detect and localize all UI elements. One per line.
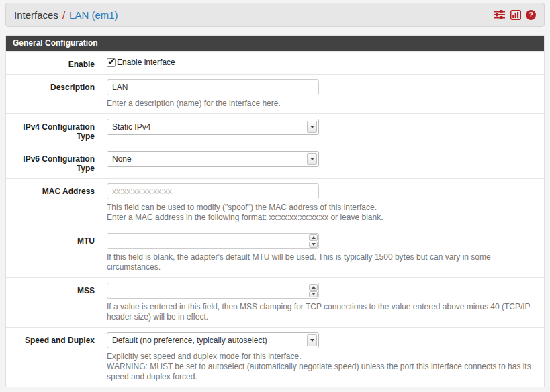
- row-ipv4-configuration-type: IPv4 Configuration Type Static IPv4: [6, 113, 544, 146]
- speed-duplex-help-line-1: Explicitly set speed and duplex mode for…: [107, 352, 534, 362]
- breadcrumb: Interfaces / LAN (em1): [5, 3, 545, 27]
- ipv6-type-label: IPv6 Configuration Type: [6, 151, 95, 173]
- speed-duplex-help-line-2: WARNING: MUST be set to autoselect (auto…: [107, 362, 534, 382]
- row-mac-address: MAC Address This field can be used to mo…: [6, 178, 544, 228]
- spinner-up-icon[interactable]: [309, 234, 318, 241]
- enable-checkbox-label: Enable interface: [117, 58, 175, 67]
- breadcrumb-separator: /: [62, 9, 65, 21]
- mac-address-input[interactable]: [107, 183, 319, 199]
- speed-duplex-select[interactable]: Default (no preference, typically autose…: [107, 332, 319, 348]
- mtu-spinner: [308, 234, 318, 248]
- description-help: Enter a description (name) for the inter…: [107, 99, 534, 109]
- mtu-label: MTU: [6, 233, 95, 273]
- mss-label: MSS: [6, 283, 95, 322]
- speed-duplex-help: Explicitly set speed and duplex mode for…: [107, 352, 534, 382]
- bar-chart-icon[interactable]: [510, 9, 521, 21]
- page: Interfaces / LAN (em1): [0, 0, 550, 392]
- mss-input[interactable]: [107, 283, 308, 298]
- ipv6-type-selected-value: None: [107, 154, 307, 164]
- panel-title-general: General Configuration: [6, 36, 544, 51]
- sliders-icon[interactable]: [494, 9, 505, 21]
- mac-label: MAC Address: [6, 183, 95, 223]
- mac-help-line-1: This field can be used to modify ("spoof…: [107, 203, 534, 213]
- speed-duplex-label: Speed and Duplex: [6, 332, 95, 382]
- row-speed-and-duplex: Speed and Duplex Default (no preference,…: [6, 327, 544, 387]
- ipv6-type-select[interactable]: None: [107, 151, 319, 167]
- ipv4-type-select[interactable]: Static IPv4: [107, 119, 319, 135]
- row-mtu: MTU If this field is blank, the adapter'…: [6, 228, 544, 277]
- mac-help-line-2: Enter a MAC address in the following for…: [107, 213, 534, 223]
- mtu-help: If this field is blank, the adapter's de…: [107, 252, 534, 273]
- row-mss: MSS If a value is entered in this field,…: [6, 277, 544, 327]
- chevron-down-icon: [307, 153, 317, 165]
- spinner-down-icon[interactable]: [309, 291, 318, 298]
- enable-label: Enable: [6, 56, 95, 69]
- spinner-down-icon[interactable]: [309, 242, 318, 248]
- enable-checkbox[interactable]: [107, 58, 116, 67]
- help-icon[interactable]: ?: [526, 10, 536, 20]
- row-ipv6-configuration-type: IPv6 Configuration Type None: [6, 146, 544, 178]
- chevron-down-icon: [307, 334, 317, 346]
- row-description: Description Enter a description (name) f…: [6, 74, 544, 113]
- chevron-down-icon: [307, 121, 317, 133]
- description-label: Description: [6, 79, 95, 109]
- breadcrumb-section: Interfaces: [14, 9, 58, 21]
- ipv4-type-label: IPv4 Configuration Type: [6, 119, 95, 141]
- speed-duplex-selected-value: Default (no preference, typically autose…: [107, 336, 307, 345]
- mss-spinner: [308, 283, 318, 298]
- general-configuration-panel: General Configuration Enable Enable inte…: [5, 35, 545, 387]
- header-icons: ?: [494, 9, 536, 21]
- mss-help: If a value is entered in this field, the…: [107, 302, 534, 322]
- breadcrumb-page: LAN (em1): [69, 9, 118, 21]
- mtu-input[interactable]: [107, 234, 308, 248]
- mac-help: This field can be used to modify ("spoof…: [107, 203, 534, 223]
- ipv4-type-selected-value: Static IPv4: [107, 122, 307, 132]
- spinner-up-icon[interactable]: [309, 284, 318, 291]
- row-enable: Enable Enable interface: [6, 51, 544, 74]
- description-input[interactable]: [107, 79, 319, 95]
